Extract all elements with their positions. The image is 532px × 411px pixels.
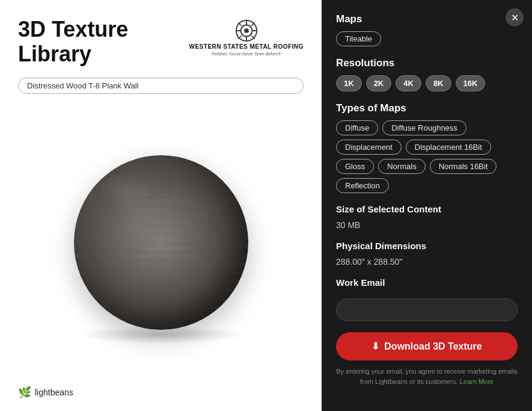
tag-normals[interactable]: Normals [378, 159, 425, 174]
brand-logo-icon [235, 19, 258, 42]
app-title: 3D Texture Library [18, 17, 128, 67]
dimensions-section: Physical Dimensions 288.00" x 288.50" [336, 241, 518, 267]
res-8k[interactable]: 8K [426, 75, 451, 91]
email-input[interactable] [336, 298, 518, 321]
tag-displacement-16bit[interactable]: Displacement 16Bit [406, 140, 491, 155]
right-panel: ✕ Maps Tileable Resolutions 1K 2K 4K 8K … [322, 0, 532, 411]
tag-displacement[interactable]: Displacement [336, 140, 402, 155]
types-title: Types of Maps [336, 102, 518, 114]
svg-point-2 [244, 28, 249, 33]
texture-badge: Distressed Wood T-8 Plank Wall [18, 78, 304, 94]
maps-tags: Tileable [336, 31, 518, 46]
brand-name: WESTERN STATES METAL ROOFING [189, 43, 304, 51]
close-button[interactable]: ✕ [506, 8, 524, 26]
res-16k[interactable]: 16K [456, 75, 486, 91]
tag-diffuse[interactable]: Diffuse [336, 120, 378, 135]
left-header: 3D Texture Library WESTERN STATES METAL [18, 17, 304, 67]
download-button[interactable]: ⬇ Download 3D Texture [336, 332, 518, 360]
res-1k[interactable]: 1K [336, 75, 362, 91]
tag-normals-16bit[interactable]: Normals 16Bit [430, 159, 497, 174]
download-icon: ⬇ [371, 341, 379, 352]
tag-diffuse-roughness[interactable]: Diffuse Roughness [382, 120, 466, 135]
lightbeans-text: lightbeans [35, 388, 73, 397]
learn-more-link[interactable]: Learn More [460, 378, 494, 385]
tag-gloss[interactable]: Gloss [336, 159, 374, 174]
types-section: Types of Maps Diffuse Diffuse Roughness … [336, 102, 518, 193]
types-tags: Diffuse Diffuse Roughness Displacement D… [336, 120, 518, 193]
maps-title: Maps [336, 13, 518, 25]
email-title: Work Email [336, 277, 518, 288]
email-section: Work Email [336, 277, 518, 321]
res-2k[interactable]: 2K [366, 75, 392, 91]
resolutions-title: Resolutions [336, 57, 518, 69]
maps-section: Maps Tileable [336, 13, 518, 46]
size-section: Size of Selected Content 30 MB [336, 204, 518, 230]
left-panel: 3D Texture Library WESTERN STATES METAL [0, 0, 322, 411]
texture-sphere [74, 155, 248, 330]
terms-text: By entering your email, you agree to rec… [336, 366, 518, 386]
sphere-area [18, 106, 304, 380]
lightbeans-icon: 🌿 [18, 386, 31, 399]
size-title: Size of Selected Content [336, 204, 518, 214]
title-line2: Library [18, 42, 91, 66]
texture-name-label: Distressed Wood T-8 Plank Wall [27, 81, 138, 90]
res-4k[interactable]: 4K [396, 75, 421, 91]
title-line1: 3D Texture [18, 17, 128, 42]
dimensions-value: 288.00" x 288.50" [336, 257, 518, 267]
tag-reflection[interactable]: Reflection [336, 178, 389, 193]
brand-logo: WESTERN STATES METAL ROOFING Finishes Yo… [189, 19, 304, 56]
brand-tagline: Finishes You've Never Seen Before® [212, 52, 281, 56]
resolution-row: 1K 2K 4K 8K 16K [336, 75, 518, 91]
lightbeans-footer: 🌿 lightbeans [18, 380, 304, 399]
dimensions-title: Physical Dimensions [336, 241, 518, 251]
resolutions-section: Resolutions 1K 2K 4K 8K 16K [336, 57, 518, 91]
download-label: Download 3D Texture [384, 341, 482, 352]
tag-tileable[interactable]: Tileable [336, 31, 381, 46]
size-value: 30 MB [336, 220, 518, 230]
